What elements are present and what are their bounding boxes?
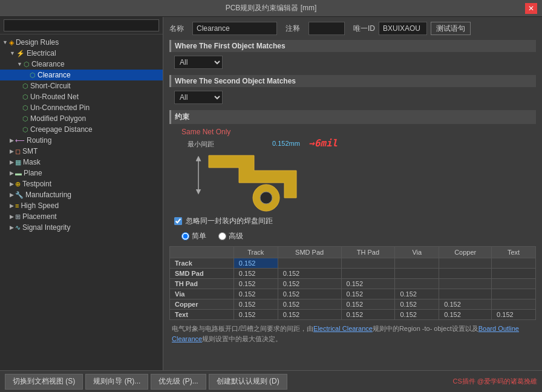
cell-text-track[interactable]: 0.152	[233, 310, 278, 320]
tree-item-manufacturing[interactable]: ▶ 🔧 Manufacturing	[0, 189, 163, 200]
note-text: 电气对象与电路板开口/凹槽之间要求的间距，由Electrical Clearan…	[169, 320, 536, 346]
cell-smd-track[interactable]: 0.152	[233, 269, 278, 279]
cell-copper-smd[interactable]: 0.152	[278, 299, 341, 310]
name-input[interactable]	[192, 22, 277, 35]
ignore-pad-row: 忽略同一封装内的焊盘间距	[169, 216, 536, 226]
ignore-pad-label: 忽略同一封装内的焊盘间距	[186, 216, 273, 226]
cell-th-via	[395, 279, 439, 289]
cell-text-copper[interactable]: 0.152	[439, 310, 492, 320]
clearance-visual: 最小间距 0.152mm →6mil	[175, 139, 536, 211]
rule-wizard-button[interactable]: 规则向导 (R)...	[85, 374, 148, 390]
cell-track-th	[341, 258, 395, 269]
main-container: ▼ ◈ Design Rules ▼ ⚡ Electrical ▼ ⬡ Clea…	[0, 17, 542, 370]
tree-item-routing[interactable]: ▶ ⟵ Routing	[0, 135, 163, 146]
tree-item-clearance-selected[interactable]: ▶ ⬡ Clearance	[0, 70, 163, 80]
row-label-thpad: TH Pad	[170, 279, 234, 289]
tree-view: ▼ ◈ Design Rules ▼ ⚡ Electrical ▼ ⬡ Clea…	[0, 34, 163, 370]
cell-copper-text	[492, 299, 536, 310]
tree-item-electrical[interactable]: ▼ ⚡ Electrical	[0, 48, 163, 59]
cell-th-th[interactable]: 0.152	[341, 279, 395, 289]
where-first-dropdown-row: All Net Net Class Layer	[169, 56, 536, 69]
cell-copper-via[interactable]: 0.152	[395, 299, 439, 310]
table-row-smd: SMD Pad 0.152 0.152	[170, 269, 536, 279]
tree-item-placement[interactable]: ▶ ⊞ Placement	[0, 211, 163, 222]
cell-text-via[interactable]: 0.152	[395, 310, 439, 320]
cell-via-via[interactable]: 0.152	[395, 289, 439, 299]
tree-item-unconnected-pin[interactable]: ▶ ⬡ Un-Connected Pin	[0, 102, 163, 113]
tree-item-testpoint[interactable]: ▶ ⊕ Testpoint	[0, 178, 163, 189]
switch-doc-button[interactable]: 切换到文档视图 (S)	[5, 374, 83, 390]
priority-button[interactable]: 优先级 (P)...	[151, 374, 206, 390]
unique-id-label: 唯一ID	[353, 24, 375, 34]
annotation-arrow: →6mil	[309, 137, 338, 149]
tree-item-high-speed[interactable]: ▶ ≡ High Speed	[0, 200, 163, 211]
tree-item-modified-polygon[interactable]: ▶ ⬡ Modified Polygon	[0, 113, 163, 124]
cell-text-smd[interactable]: 0.152	[278, 310, 341, 320]
cell-track-track[interactable]: 0.152	[233, 258, 278, 269]
col-header-copper: Copper	[439, 247, 492, 258]
cell-text-text[interactable]: 0.152	[492, 310, 536, 320]
test-expr-button[interactable]: 测试语句	[431, 22, 471, 35]
title-text: PCB规则及约束编辑器 [mm]	[17, 3, 525, 13]
table-row-copper: Copper 0.152 0.152 0.152 0.152 0.152	[170, 299, 536, 310]
where-second-dropdown-row: All Net Net Class Layer	[169, 91, 536, 104]
radio-advanced[interactable]	[218, 232, 226, 240]
tree-item-plane[interactable]: ▶ ▬ Plane	[0, 168, 163, 178]
unique-id-input[interactable]	[379, 22, 427, 35]
cell-smd-smd[interactable]: 0.152	[278, 269, 341, 279]
cell-via-smd[interactable]: 0.152	[278, 289, 341, 299]
bottom-buttons: 切换到文档视图 (S) 规则向导 (R)... 优先级 (P)... 创建默认认…	[5, 374, 287, 390]
tree-item-creepage-distance[interactable]: ▶ ⬡ Creepage Distance	[0, 124, 163, 135]
col-header-text: Text	[492, 247, 536, 258]
cell-text-th[interactable]: 0.152	[341, 310, 395, 320]
radio-row: 简单 高级	[169, 231, 536, 241]
cell-track-smd	[278, 258, 341, 269]
search-bar	[0, 17, 163, 34]
where-first-select[interactable]: All Net Net Class Layer	[174, 56, 223, 69]
note-mid: 规则中的Region -to- object设置以及	[373, 325, 478, 332]
cell-th-copper	[439, 279, 492, 289]
table-row-track: Track 0.152	[170, 258, 536, 269]
cell-via-track[interactable]: 0.152	[233, 289, 278, 299]
search-input[interactable]	[4, 19, 159, 31]
cell-smd-via	[395, 269, 439, 279]
tree-label: Testpoint	[22, 180, 51, 188]
cell-track-via	[395, 258, 439, 269]
close-button[interactable]: ✕	[525, 3, 537, 14]
clearance-value: 0.152mm	[272, 140, 300, 147]
row-label-via: Via	[170, 289, 234, 299]
cell-th-track[interactable]: 0.152	[233, 279, 278, 289]
cell-via-th[interactable]: 0.152	[341, 289, 395, 299]
tree-item-clearance-group[interactable]: ▼ ⬡ Clearance	[0, 59, 163, 70]
tree-item-signal-integrity[interactable]: ▶ ∿ Signal Integrity	[0, 222, 163, 233]
tree-item-short-circuit[interactable]: ▶ ⬡ Short-Circuit	[0, 80, 163, 91]
create-default-button[interactable]: 创建默认认规则 (D)	[209, 374, 287, 390]
cell-th-text	[492, 279, 536, 289]
tree-label: Modified Polygon	[30, 114, 86, 123]
tree-item-unrouted-net[interactable]: ▶ ⬡ Un-Routed Net	[0, 91, 163, 102]
bottom-bar: 切换到文档视图 (S) 规则向导 (R)... 优先级 (P)... 创建默认认…	[0, 370, 542, 392]
radio-simple-label[interactable]: 简单	[181, 231, 206, 241]
constraint-title: 约束	[169, 110, 536, 124]
cell-th-smd[interactable]: 0.152	[278, 279, 341, 289]
tree-item-smt[interactable]: ▶ ◻ SMT	[0, 146, 163, 157]
tree-label: High Speed	[21, 201, 59, 210]
cell-copper-track[interactable]: 0.152	[233, 299, 278, 310]
tree-item-design-rules[interactable]: ▼ ◈ Design Rules	[0, 37, 163, 48]
tree-label: Signal Integrity	[22, 223, 70, 232]
tree-item-mask[interactable]: ▶ ▦ Mask	[0, 157, 163, 168]
tree-label: SMT	[22, 147, 38, 155]
cell-copper-th[interactable]: 0.152	[341, 299, 395, 310]
where-second-select[interactable]: All Net Net Class Layer	[174, 91, 223, 104]
cell-copper-copper[interactable]: 0.152	[439, 299, 492, 310]
name-form-row: 名称 注释 唯一ID 测试语句	[169, 22, 536, 35]
note-link-electrical[interactable]: Electrical Clearance	[313, 325, 373, 332]
comment-input[interactable]	[309, 22, 345, 35]
radio-advanced-label[interactable]: 高级	[218, 231, 243, 241]
row-label-smd: SMD Pad	[170, 269, 234, 279]
cell-smd-copper	[439, 269, 492, 279]
radio-simple[interactable]	[181, 232, 189, 240]
comment-label: 注释	[286, 24, 305, 34]
row-label-track: Track	[170, 258, 234, 269]
ignore-pad-checkbox[interactable]	[174, 217, 182, 225]
